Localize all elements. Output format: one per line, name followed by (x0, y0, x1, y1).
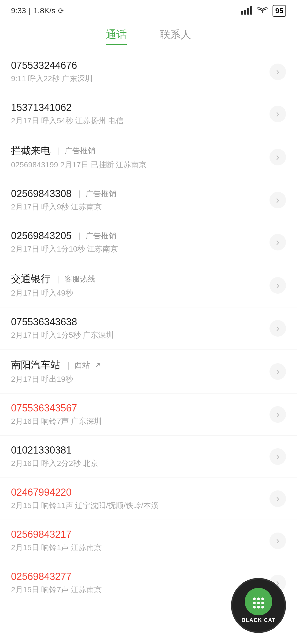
network-speed: | (29, 6, 31, 15)
chevron-icon[interactable] (270, 277, 286, 294)
chevron-icon[interactable] (270, 64, 286, 80)
call-tag: ｜ 广告推销 (76, 189, 116, 199)
call-number: 02467994220 (11, 487, 264, 498)
chevron-icon[interactable] (270, 149, 286, 165)
chevron-icon[interactable] (270, 533, 286, 549)
call-info: 15371341062 2月17日 呼入54秒 江苏扬州 电信 (11, 102, 264, 126)
call-number: 02569843217 (11, 529, 264, 540)
call-item[interactable]: 075536343567 2月16日 响铃7声 广东深圳 (0, 394, 297, 436)
call-item[interactable]: 拦截来电 ｜ 广告推销 02569843199 2月17日 已挂断 江苏南京 (0, 135, 297, 179)
call-number: 02569843308 ｜ 广告推销 (11, 188, 264, 200)
signal-icon (241, 6, 252, 16)
chevron-icon[interactable] (270, 363, 286, 380)
black-cat-badge[interactable]: BLACK CAT (231, 578, 286, 633)
call-detail: 2月16日 呼入2分2秒 北京 (11, 458, 264, 469)
call-item[interactable]: 075536343638 2月17日 呼入1分5秒 广东深圳 (0, 307, 297, 350)
call-detail: 2月15日 响铃1声 江苏南京 (11, 542, 264, 553)
battery-icon: 95 (273, 5, 286, 17)
call-detail: 9:11 呼入22秒 广东深圳 (11, 73, 264, 84)
call-list: 075533244676 9:11 呼入22秒 广东深圳 15371341062… (0, 51, 297, 604)
call-info: 01021330381 2月16日 呼入2分2秒 北京 (11, 444, 264, 469)
call-item[interactable]: 15371341062 2月17日 呼入54秒 江苏扬州 电信 (0, 93, 297, 135)
call-number: 交通银行 ｜ 客服热线 (11, 272, 264, 286)
time: 9:33 (11, 6, 26, 15)
svg-point-8 (257, 602, 260, 604)
svg-point-12 (261, 606, 264, 608)
call-tag: ｜ 广告推销 (55, 146, 95, 156)
call-item[interactable]: 02467994220 2月15日 响铃11声 辽宁沈阳/抚顺/铁岭/本溪 (0, 478, 297, 520)
call-item[interactable]: 02569843217 2月15日 响铃1声 江苏南京 (0, 520, 297, 562)
status-bar: 9:33 | 1.8K/s ⟳ 95 (0, 0, 297, 19)
sync-icon: ⟳ (58, 7, 64, 15)
call-detail: 2月17日 呼入1分10秒 江苏南京 (11, 244, 264, 254)
network-speed-value: 1.8K/s (34, 6, 55, 15)
status-right: 95 (241, 5, 286, 17)
tab-contacts[interactable]: 联系人 (160, 28, 191, 45)
call-number: 02569843205 ｜ 广告推销 (11, 230, 264, 242)
call-detail: 2月17日 呼入54秒 江苏扬州 电信 (11, 116, 264, 126)
svg-point-10 (253, 606, 256, 608)
call-info: 075536343638 2月17日 呼入1分5秒 广东深圳 (11, 316, 264, 340)
call-info: 02467994220 2月15日 响铃11声 辽宁沈阳/抚顺/铁岭/本溪 (11, 487, 264, 511)
chevron-icon[interactable] (270, 106, 286, 122)
call-info: 075533244676 9:11 呼入22秒 广东深圳 (11, 60, 264, 84)
svg-point-9 (261, 602, 264, 604)
wifi-icon (257, 6, 268, 16)
tabs-header: 通话 联系人 (0, 19, 297, 51)
call-detail: 2月17日 呼入49秒 (11, 288, 264, 298)
call-number: 075533244676 (11, 60, 264, 71)
call-number: 拦截来电 ｜ 广告推销 (11, 144, 264, 157)
call-item[interactable]: 075533244676 9:11 呼入22秒 广东深圳 (0, 51, 297, 93)
svg-rect-3 (250, 6, 252, 15)
svg-point-5 (257, 597, 260, 600)
call-info: 拦截来电 ｜ 广告推销 02569843199 2月17日 已挂断 江苏南京 (11, 144, 264, 170)
chevron-icon[interactable] (270, 192, 286, 208)
call-detail: 2月15日 响铃11声 辽宁沈阳/抚顺/铁岭/本溪 (11, 500, 264, 511)
black-cat-inner: BLACK CAT (232, 579, 285, 632)
call-info: 075536343567 2月16日 响铃7声 广东深圳 (11, 402, 264, 427)
call-item[interactable]: 交通银行 ｜ 客服热线 2月17日 呼入49秒 (0, 263, 297, 307)
call-info: 02569843308 ｜ 广告推销 2月17日 呼入9秒 江苏南京 (11, 188, 264, 212)
call-item[interactable]: 02569843308 ｜ 广告推销 2月17日 呼入9秒 江苏南京 (0, 179, 297, 221)
call-detail: 2月15日 响铃7声 江苏南京 (11, 585, 264, 595)
call-info: 交通银行 ｜ 客服热线 2月17日 呼入49秒 (11, 272, 264, 298)
chevron-icon[interactable] (270, 490, 286, 507)
call-tag: ｜ 西站 (65, 360, 90, 370)
svg-point-11 (257, 606, 260, 608)
call-number: 075536343567 (11, 402, 264, 414)
chevron-icon[interactable] (270, 320, 286, 337)
call-tag: ｜ 广告推销 (76, 231, 116, 241)
call-number: 02569843277 (11, 571, 264, 582)
battery-level: 95 (275, 7, 283, 15)
call-item[interactable]: 02569843205 ｜ 广告推销 2月17日 呼入1分10秒 江苏南京 (0, 221, 297, 263)
call-info: 南阳汽车站 ｜ 西站 ↗ 2月17日 呼出19秒 (11, 358, 264, 384)
call-item[interactable]: 01021330381 2月16日 呼入2分2秒 北京 (0, 436, 297, 478)
call-number: 南阳汽车站 ｜ 西站 ↗ (11, 358, 264, 372)
external-link-icon: ↗ (94, 361, 101, 370)
svg-rect-1 (244, 10, 246, 15)
svg-point-6 (261, 597, 264, 600)
call-number: 075536343638 (11, 316, 264, 328)
black-cat-text: BLACK CAT (241, 617, 276, 623)
call-info: 02569843277 2月15日 响铃7声 江苏南京 (11, 571, 264, 595)
svg-rect-2 (247, 8, 249, 15)
call-detail: 2月17日 呼出19秒 (11, 374, 264, 384)
call-number: 01021330381 (11, 444, 264, 456)
call-info: 02569843217 2月15日 响铃1声 江苏南京 (11, 529, 264, 553)
chevron-icon[interactable] (270, 448, 286, 465)
svg-point-4 (253, 597, 256, 600)
call-detail: 02569843199 2月17日 已挂断 江苏南京 (11, 160, 264, 170)
black-cat-green-circle (245, 588, 272, 615)
call-item[interactable]: 南阳汽车站 ｜ 西站 ↗ 2月17日 呼出19秒 (0, 350, 297, 394)
chevron-icon[interactable] (270, 406, 286, 423)
call-detail: 2月16日 响铃7声 广东深圳 (11, 416, 264, 427)
chevron-icon[interactable] (270, 234, 286, 250)
call-detail: 2月17日 呼入1分5秒 广东深圳 (11, 330, 264, 340)
call-number: 15371341062 (11, 102, 264, 113)
call-info: 02569843205 ｜ 广告推销 2月17日 呼入1分10秒 江苏南京 (11, 230, 264, 254)
svg-point-7 (253, 602, 256, 604)
svg-rect-0 (241, 11, 243, 15)
call-detail: 2月17日 呼入9秒 江苏南京 (11, 202, 264, 212)
status-left: 9:33 | 1.8K/s ⟳ (11, 6, 64, 15)
tab-calls[interactable]: 通话 (106, 28, 127, 45)
